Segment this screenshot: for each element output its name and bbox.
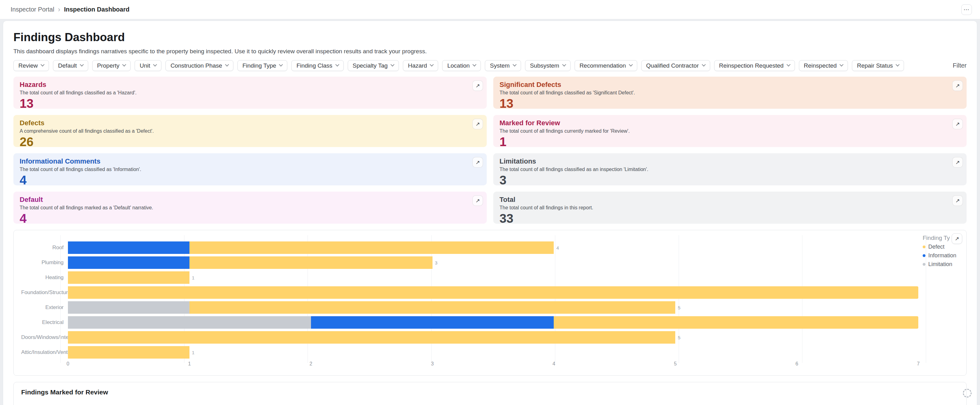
filter-pill-finding-class[interactable]: Finding Class: [291, 60, 344, 71]
axis-area: 01234567: [68, 361, 918, 369]
more-icon: ⋯: [964, 6, 970, 13]
filter-pill-reinspection-requested[interactable]: Reinspection Requested: [714, 60, 795, 71]
bar-value-label: 4: [556, 245, 559, 251]
filter-link[interactable]: Filter: [953, 62, 967, 69]
chevron-down-icon: [225, 63, 229, 67]
filter-pill-label: Default: [58, 62, 76, 69]
x-axis-tick: 7: [917, 361, 920, 367]
bar-value-label: 1: [192, 275, 194, 280]
breadcrumb-root-link[interactable]: Inspector Portal: [11, 6, 54, 13]
stat-card-defects: Defects A comprehensive count of all fin…: [13, 115, 487, 147]
x-axis-tick: 1: [188, 361, 191, 367]
stat-card-value: 4: [20, 212, 480, 225]
filter-pill-label: Construction Phase: [170, 62, 222, 69]
filter-pill-system[interactable]: System: [485, 60, 521, 71]
bar-segment-limitation[interactable]: [68, 316, 311, 329]
chart-row-foundation-structure: Foundation/Structure: [21, 286, 959, 299]
filter-pill-subsystem[interactable]: Subsystem: [525, 60, 571, 71]
expand-button[interactable]: ↗: [473, 195, 483, 206]
legend-dot-icon: [923, 246, 926, 248]
legend-item-label: Limitation: [928, 261, 952, 268]
chevron-down-icon: [562, 63, 566, 67]
legend-item-label: Information: [928, 253, 956, 259]
filter-pill-label: Specialty Tag: [353, 62, 388, 69]
filter-bar: ReviewDefaultPropertyUnitConstruction Ph…: [13, 60, 967, 71]
expand-button[interactable]: ↗: [952, 157, 963, 168]
stat-card-description: The total count of all findings marked a…: [20, 205, 480, 211]
filter-pill-label: Location: [447, 62, 469, 69]
filter-pill-repair-status[interactable]: Repair Status: [852, 60, 904, 71]
plot-area: 1: [68, 272, 918, 284]
filter-pill-construction-phase[interactable]: Construction Phase: [165, 60, 233, 71]
more-options-button[interactable]: ⋯: [961, 4, 972, 15]
plot-area: 5: [68, 331, 918, 344]
filter-pill-specialty-tag[interactable]: Specialty Tag: [348, 60, 399, 71]
bar-track: [68, 286, 918, 299]
filter-pill-reinspected[interactable]: Reinspected: [799, 60, 848, 71]
filter-pill-property[interactable]: Property: [92, 60, 131, 71]
chevron-down-icon: [279, 63, 283, 67]
chevron-down-icon: [786, 63, 791, 67]
filter-pill-label: Finding Class: [296, 62, 332, 69]
filter-pill-qualified-contractor[interactable]: Qualified Contractor: [641, 60, 710, 71]
bar-segment-information[interactable]: [68, 241, 189, 254]
legend-item-label: Defect: [928, 244, 945, 250]
expand-button[interactable]: ↗: [473, 157, 483, 168]
bar-segment-information[interactable]: [311, 316, 554, 329]
bar-segment-defect[interactable]: [68, 286, 918, 299]
stat-card-value: 1: [500, 135, 960, 148]
stat-card-value: 13: [500, 97, 960, 110]
legend-item-defect[interactable]: Defect: [923, 244, 961, 250]
legend-item-limitation[interactable]: Limitation: [923, 261, 961, 268]
finding-type-chart-card: ↗ Finding Type DefectInformationLimitati…: [13, 230, 967, 376]
bar-segment-defect[interactable]: [68, 272, 189, 284]
expand-button[interactable]: ↗: [952, 80, 963, 91]
chart-row-attic-insulation-ventilation: Attic/Insulation/Ventilation1: [21, 346, 959, 359]
expand-button[interactable]: ↗: [952, 119, 963, 129]
stat-card-title: Defects: [20, 119, 480, 127]
stat-card-marked-for-review: Marked for Review The total count of all…: [493, 115, 967, 147]
bar-segment-limitation[interactable]: [68, 301, 189, 314]
chart-row-roof: Roof4: [21, 241, 959, 254]
bar-segment-defect[interactable]: [189, 301, 675, 314]
chevron-down-icon: [512, 63, 517, 67]
bar-segment-defect[interactable]: [189, 241, 554, 254]
stat-card-title: Default: [20, 195, 480, 204]
bar-segment-defect[interactable]: [554, 316, 918, 329]
gridline: [184, 235, 185, 363]
expand-button[interactable]: ↗: [473, 80, 483, 91]
filter-pill-label: Unit: [140, 62, 150, 69]
main-panel: Findings Dashboard This dashboard displa…: [3, 21, 977, 405]
plot-area: [68, 316, 918, 329]
stat-card-title: Limitations: [500, 157, 960, 165]
filter-pill-location[interactable]: Location: [442, 60, 481, 71]
gridline: [679, 235, 679, 363]
plot-area: 3: [68, 256, 918, 269]
stat-card-default: Default The total count of all findings …: [13, 192, 487, 224]
bar-segment-defect[interactable]: [189, 256, 433, 269]
bar-track: 5: [68, 331, 918, 344]
filter-pill-unit[interactable]: Unit: [135, 60, 161, 71]
chart-expand-button[interactable]: ↗: [951, 233, 962, 244]
expand-button[interactable]: ↗: [473, 119, 483, 129]
chevron-down-icon: [40, 63, 45, 67]
bar-segment-defect[interactable]: [68, 346, 189, 359]
filter-pill-review[interactable]: Review: [13, 60, 49, 71]
gridline: [307, 235, 308, 363]
filter-pill-recommendation[interactable]: Recommendation: [574, 60, 637, 71]
filter-pill-label: Reinspection Requested: [719, 62, 784, 69]
gridline: [555, 235, 555, 363]
stat-card-description: The total count of all findings classifi…: [500, 90, 960, 96]
expand-button[interactable]: ↗: [952, 195, 963, 206]
filter-pill-hazard[interactable]: Hazard: [403, 60, 438, 71]
filter-pill-default[interactable]: Default: [53, 60, 88, 71]
chevron-down-icon: [335, 63, 339, 67]
bar-segment-information[interactable]: [68, 256, 189, 269]
legend-item-information[interactable]: Information: [923, 253, 961, 259]
expand-icon: ↗: [476, 159, 480, 166]
filter-pill-label: Qualified Contractor: [646, 62, 699, 69]
filter-pill-finding-type[interactable]: Finding Type: [237, 60, 287, 71]
bar-segment-defect[interactable]: [68, 331, 675, 344]
stat-card-description: The total count of all findings classifi…: [20, 167, 480, 172]
chevron-down-icon: [896, 63, 900, 67]
